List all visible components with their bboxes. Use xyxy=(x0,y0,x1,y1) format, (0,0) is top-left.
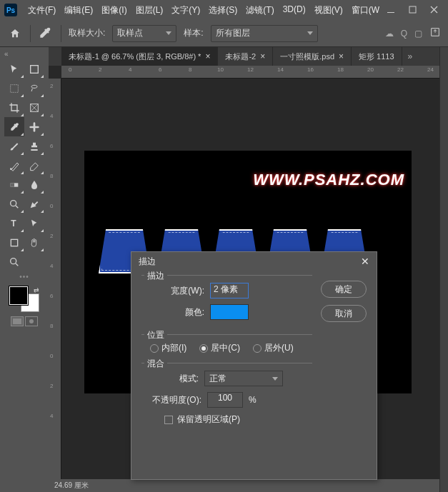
quick-mask-button[interactable] xyxy=(25,316,38,326)
artboard-tool[interactable] xyxy=(24,59,44,79)
menu-image[interactable]: 图像(I) xyxy=(98,1,130,19)
sample-size-label: 取样大小: xyxy=(69,27,105,39)
svg-point-10 xyxy=(11,200,16,206)
color-swatch-input[interactable] xyxy=(210,304,249,320)
svg-rect-9 xyxy=(11,183,14,186)
menu-bar: 文件(F) 编辑(E) 图像(I) 图层(L) 文字(Y) 选择(S) 滤镜(T… xyxy=(24,1,385,19)
brush-tool[interactable] xyxy=(4,136,24,156)
maximize-button[interactable] xyxy=(407,4,419,16)
history-brush-tool[interactable] xyxy=(4,156,24,175)
svg-point-13 xyxy=(11,258,16,263)
stamp-tool[interactable] xyxy=(24,136,44,156)
hand-tool[interactable] xyxy=(24,233,44,252)
tab-doc4-label: 矩形 1113 xyxy=(359,51,394,62)
tool-overflow-icon[interactable]: ••• xyxy=(19,273,29,281)
panel-collapse-icon[interactable]: « xyxy=(0,50,9,58)
tab-doc3-label: 一寸照模版.psd xyxy=(280,51,334,62)
minimize-button[interactable] xyxy=(385,4,398,16)
tab-doc2[interactable]: 未标题-2× xyxy=(218,47,273,66)
dialog-close-button[interactable]: ✕ xyxy=(361,256,369,267)
sample-label: 样本: xyxy=(184,27,203,39)
menu-file[interactable]: 文件(F) xyxy=(24,1,59,19)
menu-type[interactable]: 文字(Y) xyxy=(168,1,204,19)
sample-size-select[interactable]: 取样点 xyxy=(112,25,176,42)
radio-inside[interactable]: 内部(I) xyxy=(150,342,186,354)
tab-close-icon[interactable]: × xyxy=(205,51,210,61)
dodge-tool[interactable] xyxy=(4,194,24,214)
right-panel-collapsed[interactable] xyxy=(439,47,448,492)
menu-window[interactable]: 窗口(W xyxy=(348,1,383,19)
foreground-color[interactable] xyxy=(9,286,28,305)
menu-edit[interactable]: 编辑(E) xyxy=(61,1,96,19)
preserve-transparency-checkbox[interactable]: 保留透明区域(P) xyxy=(144,413,309,426)
svg-rect-14 xyxy=(13,318,21,324)
gradient-tool[interactable] xyxy=(4,175,24,194)
window-controls xyxy=(385,4,444,16)
share-button[interactable] xyxy=(429,26,441,40)
menu-layer[interactable]: 图层(L) xyxy=(132,1,167,19)
crop-tool[interactable] xyxy=(4,98,24,117)
dialog-titlebar[interactable]: 描边 ✕ xyxy=(131,252,377,271)
mode-select[interactable]: 正常 xyxy=(204,371,283,386)
svg-rect-0 xyxy=(387,12,394,13)
svg-rect-6 xyxy=(34,122,36,131)
menu-view[interactable]: 视图(V) xyxy=(311,1,347,19)
menu-filter[interactable]: 滤镜(T) xyxy=(242,1,277,19)
standard-mode-button[interactable] xyxy=(11,316,24,326)
menu-3d[interactable]: 3D(D) xyxy=(279,1,309,19)
opacity-input[interactable]: 100 xyxy=(207,392,243,408)
fieldset-blend-label: 混合 xyxy=(144,358,167,370)
document-tabs: 未标题-1 @ 66.7% (图层 3, RGB/8#) *× 未标题-2× 一… xyxy=(49,47,439,66)
tab-doc2-label: 未标题-2 xyxy=(225,51,256,62)
radio-outside[interactable]: 居外(U) xyxy=(253,342,294,354)
blur-tool[interactable] xyxy=(24,175,44,194)
marquee-tool[interactable] xyxy=(4,79,24,98)
divider xyxy=(61,25,61,42)
type-tool[interactable]: T xyxy=(4,214,24,233)
svg-point-7 xyxy=(10,168,12,170)
app-icon: Ps xyxy=(4,4,17,16)
tab-doc3[interactable]: 一寸照模版.psd× xyxy=(273,47,352,66)
mode-label: 模式: xyxy=(166,373,199,385)
pen-tool[interactable] xyxy=(24,194,44,214)
sample-select[interactable]: 所有图层 xyxy=(211,25,318,42)
dialog-title: 描边 xyxy=(139,256,156,268)
stroke-dialog: 描边 ✕ 描边 宽度(W): 2 像素 颜色: 位置 内部(I) 居中(C) xyxy=(131,251,377,480)
tab-close-icon[interactable]: × xyxy=(339,51,344,61)
ok-button[interactable]: 确定 xyxy=(321,281,367,298)
frame-tool[interactable] xyxy=(24,98,44,117)
search-icon[interactable]: Q xyxy=(401,29,407,39)
path-select-tool[interactable] xyxy=(24,214,44,233)
tab-doc4[interactable]: 矩形 1113 xyxy=(352,47,402,66)
width-input[interactable]: 2 像素 xyxy=(210,283,249,298)
heal-tool[interactable] xyxy=(24,117,44,136)
cancel-button[interactable]: 取消 xyxy=(321,305,367,322)
svg-rect-3 xyxy=(11,84,19,92)
close-button[interactable] xyxy=(428,4,441,16)
tab-close-icon[interactable]: × xyxy=(260,51,265,61)
move-tool[interactable] xyxy=(4,59,24,79)
cloud-icon[interactable]: ☁ xyxy=(385,29,394,39)
opacity-suffix: % xyxy=(249,395,257,405)
tab-overflow-icon[interactable]: » xyxy=(402,47,419,66)
zoom-tool[interactable] xyxy=(4,252,24,271)
lasso-tool[interactable] xyxy=(24,79,44,98)
opacity-label: 不透明度(O): xyxy=(144,394,201,406)
fieldset-blend: 混合 模式: 正常 不透明度(O): 100 % 保留透明区域(P) xyxy=(141,363,312,431)
color-swatch[interactable]: ⇄ xyxy=(9,286,39,312)
svg-point-15 xyxy=(29,319,34,323)
title-bar: Ps 文件(F) 编辑(E) 图像(I) 图层(L) 文字(Y) 选择(S) 滤… xyxy=(0,0,448,20)
ruler-vertical: 2 4 6 8 0 2 4 6 8 0 2 4 xyxy=(49,79,61,479)
tab-doc1[interactable]: 未标题-1 @ 66.7% (图层 3, RGB/8#) *× xyxy=(61,47,218,66)
home-button[interactable] xyxy=(7,26,23,41)
radio-center[interactable]: 居中(C) xyxy=(199,342,240,354)
eyedropper-tool-icon[interactable] xyxy=(38,26,54,41)
layout-icon[interactable]: ▢ xyxy=(414,29,422,39)
eyedropper-tool[interactable] xyxy=(4,117,24,136)
tab-doc1-label: 未标题-1 @ 66.7% (图层 3, RGB/8#) * xyxy=(69,51,201,62)
eraser-tool[interactable] xyxy=(24,156,44,175)
swap-colors-icon[interactable]: ⇄ xyxy=(34,286,39,293)
menu-select[interactable]: 选择(S) xyxy=(205,1,241,19)
svg-rect-1 xyxy=(409,6,416,13)
shape-tool[interactable] xyxy=(4,233,24,252)
